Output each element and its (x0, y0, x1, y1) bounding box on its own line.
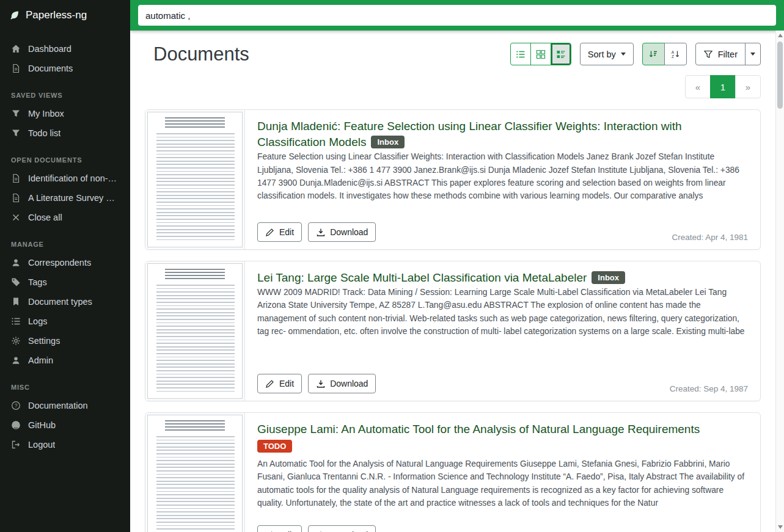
thumbnail-header-lines (165, 420, 225, 431)
document-snippet: An Automatic Tool for the Analysis of Na… (257, 457, 748, 509)
sidebar-item-label: Identification of non-fu… (28, 173, 119, 183)
download-button[interactable]: Download (308, 222, 376, 242)
document-title-link[interactable]: Lei Tang: Large Scale Multi-Label Classi… (257, 271, 587, 284)
document-card-body: Giuseppe Lami: An Automatic Tool for the… (245, 413, 760, 532)
chevron-down-icon (750, 53, 755, 56)
main-content: Documents Sort by (130, 31, 775, 532)
sidebar-item-tags[interactable]: Tags (0, 272, 130, 292)
sidebar-item-github[interactable]: GitHub (0, 415, 130, 435)
download-icon (316, 379, 326, 388)
vertical-scrollbar[interactable] (775, 31, 784, 532)
edit-button[interactable]: Edit (257, 222, 302, 242)
download-button[interactable]: Download (308, 374, 376, 393)
sidebar-item-label: Logs (28, 316, 47, 326)
sidebar-item-open-doc-2[interactable]: A Literature Survey on … (0, 188, 130, 208)
scrollbar-thumb[interactable] (777, 42, 783, 109)
search-input[interactable] (138, 5, 776, 26)
funnel-icon (11, 128, 21, 138)
sidebar-item-documents[interactable]: Documents (0, 59, 130, 78)
documents-toolbar: Sort by AZ Filter (510, 43, 761, 65)
person-icon (11, 258, 21, 268)
sidebar-item-correspondents[interactable]: Correspondents (0, 253, 130, 272)
pagination-next-button[interactable]: » (735, 75, 761, 98)
sidebar-section-manage: MANAGE Correspondents Tags Document type… (0, 241, 130, 370)
sidebar-item-todo-list[interactable]: Todo list (0, 123, 130, 143)
question-circle-icon: ? (11, 401, 21, 410)
thumbnail-page (147, 112, 243, 247)
github-icon (11, 420, 21, 430)
pagination-page-1-button[interactable]: 1 (710, 75, 736, 98)
sidebar-item-label: My Inbox (28, 109, 64, 118)
thumbnail-body-lines (156, 133, 235, 242)
document-title-link[interactable]: Dunja Mladenić: Feature Selection using … (257, 120, 682, 148)
sidebar-item-documentation[interactable]: ? Documentation (0, 396, 130, 415)
document-thumbnail[interactable] (145, 110, 245, 249)
scrollbar-up-arrow-icon[interactable] (778, 34, 783, 37)
gear-icon (11, 336, 21, 346)
sidebar-item-close-all[interactable]: Close all (0, 208, 130, 227)
sidebar-item-label: Dashboard (28, 44, 71, 54)
detail-view-button[interactable] (551, 43, 571, 65)
filter-button[interactable]: Filter (695, 43, 746, 65)
document-actions: Edit Download (257, 222, 376, 242)
sidebar-item-open-doc-1[interactable]: Identification of non-fu… (0, 169, 130, 188)
sidebar-item-label: Logout (28, 440, 55, 450)
page-header: Documents Sort by (145, 43, 761, 65)
grid-view-button[interactable] (530, 43, 551, 65)
edit-button[interactable]: Edit (257, 525, 302, 532)
edit-button[interactable]: Edit (257, 374, 302, 393)
sidebar-item-admin[interactable]: Admin (0, 351, 130, 370)
sidebar-section-open-documents: OPEN DOCUMENTS Identification of non-fu…… (0, 156, 130, 227)
sidebar-item-label: Todo list (28, 128, 60, 138)
file-icon (11, 173, 21, 183)
download-icon (316, 227, 326, 237)
tag-badge-inbox[interactable]: Inbox (371, 136, 405, 148)
scrollbar-down-arrow-icon[interactable] (778, 525, 783, 529)
sort-descending-button[interactable] (642, 43, 665, 65)
sidebar-item-dashboard[interactable]: Dashboard (0, 39, 130, 59)
page-title: Documents (153, 43, 249, 65)
download-button[interactable]: Download (308, 525, 376, 532)
detail-view-icon (556, 49, 566, 59)
filter-dropdown-button[interactable] (745, 43, 761, 65)
sidebar-item-settings[interactable]: Settings (0, 331, 130, 351)
sort-by-dropdown[interactable]: Sort by (580, 43, 634, 65)
funnel-icon (703, 49, 713, 59)
document-title-link[interactable]: Giuseppe Lami: An Automatic Tool for the… (257, 423, 700, 435)
sort-alphabetical-button[interactable]: AZ (664, 43, 687, 65)
person-badge-icon (11, 355, 21, 365)
tag-badge-inbox[interactable]: Inbox (592, 271, 625, 284)
sidebar-item-label: Close all (28, 213, 62, 222)
sidebar-item-label: GitHub (28, 420, 56, 430)
list-view-icon (516, 49, 526, 59)
sidebar-section-title: SAVED VIEWS (0, 92, 130, 99)
document-card-footer: Edit Download Created: Apr 4, 1981 (257, 215, 748, 242)
thumbnail-body-lines (156, 436, 235, 532)
pencil-icon (265, 227, 275, 237)
document-thumbnail[interactable] (145, 261, 245, 401)
filter-label: Filter (718, 49, 738, 59)
sidebar: Paperless-ng Dashboard Documents SAVED V… (0, 0, 130, 532)
thumbnail-body-lines (156, 285, 235, 393)
sidebar-item-logs[interactable]: Logs (0, 312, 130, 331)
app-brand[interactable]: Paperless-ng (0, 0, 130, 31)
tag-badge-todo[interactable]: TODO (257, 440, 292, 453)
file-icon (11, 64, 21, 73)
sidebar-nav: Dashboard Documents SAVED VIEWS My Inbox… (0, 31, 130, 454)
sidebar-item-label: Document types (28, 297, 92, 307)
sidebar-item-logout[interactable]: Logout (0, 435, 130, 454)
svg-text:?: ? (15, 403, 18, 409)
tag-icon (11, 277, 21, 287)
filter-group: Filter (695, 43, 761, 65)
sidebar-item-label: Documents (28, 64, 73, 73)
pagination-prev-button[interactable]: « (685, 75, 711, 98)
sidebar-item-document-types[interactable]: Document types (0, 292, 130, 312)
document-thumbnail[interactable] (145, 413, 245, 532)
document-card: Giuseppe Lami: An Automatic Tool for the… (145, 412, 761, 532)
created-date: Created: Apr 4, 1981 (672, 233, 748, 242)
top-navbar (130, 0, 784, 31)
list-view-button[interactable] (510, 43, 531, 65)
document-snippet: WWW 2009 MADRID! Track: Data Mining / Se… (257, 286, 748, 338)
sidebar-item-my-inbox[interactable]: My Inbox (0, 104, 130, 123)
document-snippet: Feature Selection using Linear Classifie… (257, 150, 748, 202)
